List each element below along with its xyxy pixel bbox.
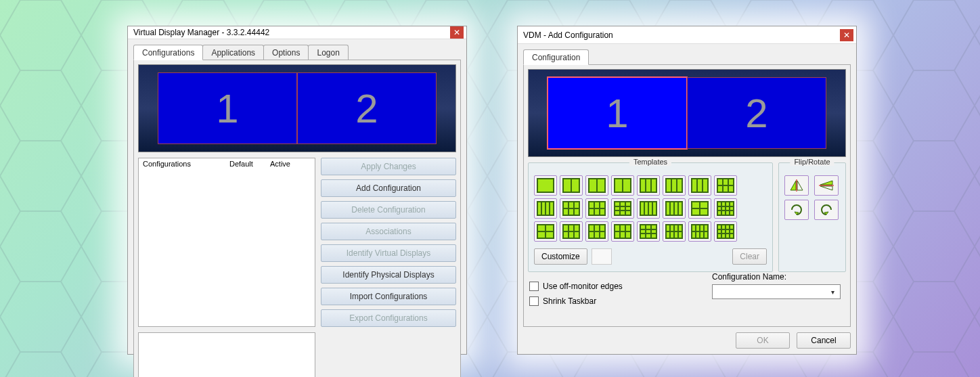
- template-button-24[interactable]: [714, 221, 737, 242]
- template-button-17[interactable]: [534, 221, 557, 242]
- export-configurations-button[interactable]: Export Configurations: [321, 309, 456, 327]
- template-button-12[interactable]: [611, 198, 634, 219]
- tab-content: 1 2 Templates Customize Clear Flip/Rotat…: [523, 64, 851, 327]
- shrink-taskbar-checkbox[interactable]: [529, 296, 539, 306]
- tab-configuration[interactable]: Configuration: [523, 49, 589, 65]
- template-button-1[interactable]: [534, 175, 557, 196]
- col-active: Active: [270, 160, 311, 168]
- virtual-display-2[interactable]: 2: [687, 77, 826, 149]
- tab-logon[interactable]: Logon: [308, 45, 348, 60]
- flip-vertical-icon[interactable]: [814, 175, 839, 196]
- template-icon: [717, 224, 734, 239]
- add-configuration-button[interactable]: Add Configuration: [321, 179, 456, 197]
- template-button-18[interactable]: [560, 221, 583, 242]
- tab-options[interactable]: Options: [263, 45, 309, 60]
- template-button-21[interactable]: [637, 221, 660, 242]
- template-icon: [588, 178, 606, 193]
- template-button-2[interactable]: [560, 175, 583, 196]
- flip-rotate-group: Flip/Rotate: [778, 162, 846, 272]
- virtual-display-1[interactable]: 1: [158, 72, 297, 144]
- apply-changes-button[interactable]: Apply Changes: [321, 158, 456, 175]
- template-icon: [588, 201, 606, 216]
- titlebar[interactable]: Virtual Display Manager - 3.3.2.44442 ✕: [128, 26, 466, 39]
- log-box[interactable]: [138, 332, 315, 377]
- template-button-14[interactable]: [663, 198, 686, 219]
- template-icon: [665, 224, 683, 239]
- config-name-area: Configuration Name: ▾: [712, 272, 841, 299]
- templates-group: Templates Customize Clear: [528, 162, 773, 272]
- template-icon: [614, 224, 631, 239]
- svg-marker-0: [790, 181, 796, 190]
- template-button-3[interactable]: [585, 175, 608, 196]
- template-icon: [640, 178, 657, 193]
- close-icon[interactable]: ✕: [840, 29, 853, 41]
- tab-row: Configurations Applications Options Logo…: [133, 45, 461, 60]
- chevron-down-icon[interactable]: ▾: [826, 286, 839, 298]
- template-button-20[interactable]: [611, 221, 634, 242]
- cancel-button[interactable]: Cancel: [797, 332, 851, 349]
- template-button-4[interactable]: [611, 175, 634, 196]
- titlebar[interactable]: VDM - Add Configuration ✕: [518, 26, 856, 44]
- template-button-13[interactable]: [637, 198, 660, 219]
- configurations-list[interactable]: Configurations Default Active: [138, 158, 315, 327]
- template-button-8[interactable]: [714, 175, 737, 196]
- template-icon: [691, 201, 709, 216]
- virtual-display-1[interactable]: 1: [548, 77, 687, 149]
- vdm-add-config-window: VDM - Add Configuration ✕ Configuration …: [517, 26, 857, 355]
- use-off-monitor-label: Use off-monitor edges: [543, 282, 623, 291]
- svg-marker-1: [797, 181, 803, 190]
- template-icon: [717, 178, 734, 193]
- template-button-15[interactable]: [688, 198, 711, 219]
- template-icon: [665, 178, 683, 193]
- rotate-ccw-icon[interactable]: [814, 200, 839, 220]
- templates-label: Templates: [629, 158, 671, 166]
- tab-row: Configuration: [523, 49, 851, 64]
- ok-button[interactable]: OK: [736, 332, 790, 349]
- tab-content: 1 2 Configurations Default Active Apply …: [133, 60, 461, 377]
- vdm-main-window: Virtual Display Manager - 3.3.2.44442 ✕ …: [127, 26, 467, 355]
- template-icon: [588, 224, 606, 239]
- template-icon: [537, 201, 554, 216]
- template-button-9[interactable]: [534, 198, 557, 219]
- tab-configurations[interactable]: Configurations: [133, 45, 203, 60]
- customize-button[interactable]: Customize: [534, 248, 587, 265]
- svg-marker-3: [820, 181, 832, 185]
- svg-marker-4: [820, 186, 832, 190]
- flip-rotate-label: Flip/Rotate: [790, 158, 834, 166]
- template-icon: [562, 178, 580, 193]
- template-icon: [537, 224, 554, 239]
- template-button-5[interactable]: [637, 175, 660, 196]
- clear-button[interactable]: Clear: [732, 248, 767, 265]
- identify-physical-button[interactable]: Identify Physical Displays: [321, 266, 456, 284]
- window-title: VDM - Add Configuration: [523, 30, 840, 40]
- col-configurations: Configurations: [143, 160, 229, 168]
- config-name-label: Configuration Name:: [712, 272, 841, 282]
- delete-configuration-button[interactable]: Delete Configuration: [321, 201, 456, 219]
- display-preview: 1 2: [528, 69, 846, 157]
- template-button-11[interactable]: [585, 198, 608, 219]
- template-button-22[interactable]: [663, 221, 686, 242]
- use-off-monitor-checkbox[interactable]: [529, 282, 539, 291]
- identify-virtual-button[interactable]: Identify Virtual Displays: [321, 244, 456, 262]
- template-icon: [665, 201, 683, 216]
- template-button-6[interactable]: [663, 175, 686, 196]
- template-preview-slot: [592, 248, 612, 265]
- template-button-19[interactable]: [585, 221, 608, 242]
- rotate-cw-icon[interactable]: [784, 200, 809, 220]
- template-button-16[interactable]: [714, 198, 737, 219]
- template-button-23[interactable]: [688, 221, 711, 242]
- close-icon[interactable]: ✕: [450, 26, 464, 39]
- template-button-10[interactable]: [560, 198, 583, 219]
- associations-button[interactable]: Associations: [321, 223, 456, 240]
- config-name-combo[interactable]: ▾: [712, 284, 841, 299]
- template-icon: [640, 201, 657, 216]
- tab-applications[interactable]: Applications: [202, 45, 264, 60]
- col-default: Default: [229, 160, 270, 168]
- template-icon: [562, 224, 580, 239]
- virtual-display-2[interactable]: 2: [297, 72, 437, 144]
- template-button-7[interactable]: [688, 175, 711, 196]
- window-title: Virtual Display Manager - 3.3.2.44442: [133, 28, 450, 37]
- import-configurations-button[interactable]: Import Configurations: [321, 288, 456, 305]
- template-icon: [614, 201, 631, 216]
- flip-horizontal-icon[interactable]: [784, 175, 809, 196]
